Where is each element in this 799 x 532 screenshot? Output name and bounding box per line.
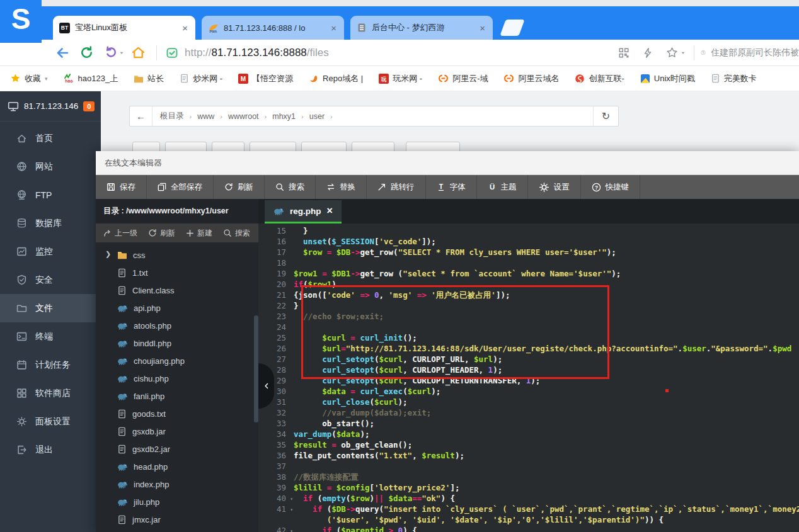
sidebar-item-folder-line[interactable]: 文件: [0, 294, 101, 322]
qr-code-button[interactable]: [612, 42, 636, 64]
editor-tab-regphp[interactable]: reg.php ×: [265, 200, 342, 224]
sidebar-item-shield[interactable]: 安全: [0, 266, 101, 294]
sidebar-item-calendar[interactable]: 计划任务: [0, 351, 101, 379]
editor-toolbar-refresh-button[interactable]: 刷新: [214, 175, 265, 199]
news-ticker[interactable]: S 住建部原副司长陈伟被: [701, 47, 799, 59]
code-line[interactable]: 37: [258, 461, 799, 472]
back-button[interactable]: [50, 42, 74, 64]
file-item-api.php[interactable]: api.php: [96, 299, 258, 317]
breadcrumb-segment[interactable]: wwwroot: [228, 112, 259, 121]
refresh-button[interactable]: [74, 42, 98, 64]
code-line[interactable]: 36file_put_contents("1.txt", $result);: [258, 450, 799, 461]
file-item-css[interactable]: ❯css: [96, 246, 258, 264]
file-item-head.php[interactable]: head.php: [96, 458, 258, 475]
accelerate-button[interactable]: [636, 42, 660, 64]
browser-tab-1[interactable]: BT宝塔Linux面板×: [53, 16, 195, 40]
bookmark-item-6[interactable]: Repo域名 |: [309, 73, 363, 84]
sidebar-item-database[interactable]: 数据库: [0, 209, 101, 237]
breadcrumb-segment[interactable]: mhxy1: [272, 112, 296, 121]
close-tab-icon[interactable]: ×: [478, 23, 486, 33]
close-tab-icon[interactable]: ×: [330, 23, 338, 33]
tree-toolbar-plus-button[interactable]: 新建: [186, 228, 212, 239]
file-item-choujiang.php[interactable]: choujiang.php: [96, 352, 258, 370]
code-line[interactable]: 35$result = ob_get_clean();: [258, 439, 799, 450]
bookmark-item-10[interactable]: 创新互联-: [575, 73, 624, 84]
code-line[interactable]: 15 }: [258, 225, 799, 236]
breadcrumb-segment[interactable]: 根目录: [160, 111, 184, 122]
file-item-fanli.php[interactable]: fanli.php: [96, 387, 258, 405]
code-line[interactable]: 18: [258, 258, 799, 268]
fold-caret-icon[interactable]: ▾: [290, 504, 293, 515]
bookmark-item-9[interactable]: 阿里云域名: [503, 73, 559, 84]
code-line[interactable]: 31 curl_close($curl);: [258, 397, 799, 407]
bookmark-item-3[interactable]: 站长: [134, 73, 164, 84]
sidebar-item-gear[interactable]: 面板设置: [0, 407, 101, 436]
code-line[interactable]: 42▾ if ($parentid > 0) {: [258, 525, 799, 532]
code-line[interactable]: 17 $row = $DB->get_row("SELECT * FROM cl…: [258, 247, 799, 258]
bookmark-item-5[interactable]: M【悟空资源: [238, 73, 293, 84]
editor-toolbar-save-button[interactable]: 保存: [96, 175, 147, 199]
file-item-gsxdb2.jar[interactable]: gsxdb2.jar: [96, 440, 258, 458]
editor-toolbar-font-button[interactable]: T字体: [426, 175, 477, 199]
file-item-index.php[interactable]: index.php: [96, 475, 258, 493]
file-item-goods.txt[interactable]: goods.txt: [96, 405, 258, 422]
editor-toolbar-save-all-button[interactable]: 全部保存: [147, 175, 214, 199]
file-item-jmxc.jar[interactable]: jmxc.jar: [96, 511, 258, 528]
file-item-1.txt[interactable]: 1.txt: [96, 264, 258, 281]
breadcrumb-back-button[interactable]: ←: [130, 106, 152, 126]
code-line[interactable]: 33 ob_start();: [258, 418, 799, 429]
fold-caret-icon[interactable]: ▾: [290, 526, 293, 532]
sidebar-item-ftp[interactable]: FTP: [0, 181, 101, 209]
bookmark-item-2[interactable]: haohao123_上: [64, 73, 118, 84]
bookmark-item-4[interactable]: 炒米网 -: [180, 73, 222, 84]
breadcrumb-refresh-button[interactable]: ↻: [593, 106, 618, 126]
code-line[interactable]: 32 //var_dump($data);exit;: [258, 407, 799, 418]
browser-tab-3[interactable]: 后台中心 - 梦幻西游×: [350, 16, 493, 40]
chevron-right-icon[interactable]: ❯: [105, 250, 111, 258]
code-line[interactable]: 19$row1 = $DB1->get_row ("select * from …: [258, 268, 799, 279]
file-item-binddl.php[interactable]: binddl.php: [96, 334, 258, 352]
file-item-gsxdb.jar[interactable]: gsxdb.jar: [96, 422, 258, 440]
breadcrumb-segment[interactable]: user: [309, 112, 325, 121]
bookmark-item-11[interactable]: Unix时间戳: [640, 73, 695, 84]
sidebar-item-terminal[interactable]: 终端: [0, 322, 101, 351]
bookmark-item-1[interactable]: 收藏▾: [10, 73, 48, 84]
tree-toolbar-refresh-button[interactable]: 刷新: [148, 228, 175, 239]
sidebar-item-globe[interactable]: 网站: [0, 152, 101, 181]
editor-toolbar-theme-button[interactable]: Ü主题: [477, 175, 528, 199]
file-item-cishu.php[interactable]: cishu.php: [96, 370, 258, 387]
home-button[interactable]: [126, 42, 150, 64]
bookmark-item-8[interactable]: 阿里云-域: [438, 73, 488, 84]
editor-toolbar-gear-button[interactable]: 设置: [528, 175, 581, 199]
code-line[interactable]: 39$lilil = $config['lottery_price2'];: [258, 482, 799, 493]
sidebar-item-monitor[interactable]: 监控: [0, 237, 101, 266]
bookmark-item-7[interactable]: 玩玩米网 -: [379, 73, 422, 84]
file-item-Client.class[interactable]: Client.class: [96, 281, 258, 299]
code-line[interactable]: 41▾ if ($DB->query("insert into `cly_use…: [258, 504, 799, 514]
sidebar-item-home[interactable]: 首页: [0, 124, 101, 152]
code-line[interactable]: 38//数据库连接配置: [258, 472, 799, 482]
undo-caret[interactable]: [117, 50, 126, 56]
close-tab-icon[interactable]: ×: [181, 23, 189, 33]
file-item-atools.php[interactable]: atools.php: [96, 317, 258, 334]
fold-caret-icon[interactable]: ▾: [290, 494, 293, 504]
code-line[interactable]: ('$user', '$pwd', '$uid', '$date', '$ip'…: [258, 514, 799, 525]
sidebar-item-grid[interactable]: 软件商店: [0, 379, 101, 407]
tree-scrollbar-thumb[interactable]: [254, 315, 258, 422]
editor-toolbar-search-button[interactable]: 搜索: [265, 175, 316, 199]
sidebar-item-logout[interactable]: 退出: [0, 436, 101, 464]
editor-toolbar-goto-button[interactable]: 跳转行: [367, 175, 426, 199]
tree-toolbar-search-button[interactable]: 搜索: [223, 228, 250, 239]
bookmark-item-12[interactable]: 完美数卡: [711, 73, 757, 84]
address-bar[interactable]: http://81.71.123.146:8888/files: [166, 47, 329, 59]
new-tab-button[interactable]: [500, 20, 524, 36]
close-tab-icon[interactable]: ×: [327, 205, 333, 217]
server-row[interactable]: 81.71.123.146 0: [0, 91, 101, 122]
browser-tab-2[interactable]: PMA81.71.123.146:888 / lo×: [202, 16, 344, 40]
editor-toolbar-replace-button[interactable]: 替换: [316, 175, 367, 199]
code-line[interactable]: 40▾ if (empty($row)|| $data=="ok") {: [258, 493, 799, 504]
favorite-caret[interactable]: [679, 50, 687, 56]
file-item-jilu.php[interactable]: jilu.php: [96, 493, 258, 511]
code-line[interactable]: 34var_dump($data);: [258, 429, 799, 439]
tree-toolbar-up-button[interactable]: 上一级: [103, 228, 137, 239]
